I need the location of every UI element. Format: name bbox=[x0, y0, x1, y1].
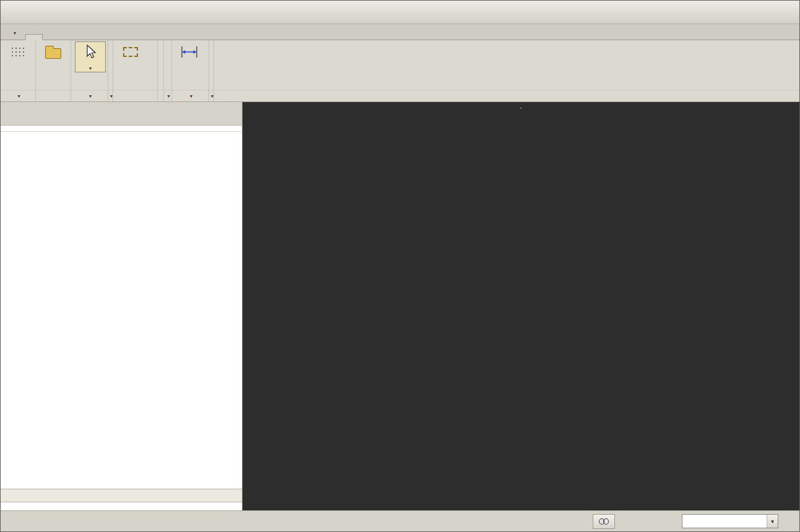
sketch-svg[interactable] bbox=[243, 102, 799, 510]
in-graphics-toolbar bbox=[520, 108, 522, 109]
tab-tools[interactable] bbox=[61, 33, 79, 40]
group-get-data bbox=[36, 40, 71, 101]
graphics-area[interactable] bbox=[243, 102, 799, 510]
find-icon bbox=[599, 518, 609, 524]
group-label-constrain[interactable] bbox=[164, 90, 171, 101]
group-settings bbox=[1, 40, 36, 101]
group-label-sketch bbox=[113, 90, 157, 101]
filter-select[interactable] bbox=[682, 514, 778, 528]
group-sketch bbox=[113, 40, 158, 101]
status-bar bbox=[1, 510, 799, 531]
common-folders-header bbox=[1, 126, 242, 132]
tab-analysis[interactable] bbox=[43, 33, 61, 40]
group-label-edit bbox=[158, 90, 163, 101]
tab-view[interactable] bbox=[79, 33, 97, 40]
group-label-dimension[interactable] bbox=[172, 90, 209, 101]
folder-tree-bar[interactable] bbox=[1, 489, 242, 502]
group-inspect bbox=[209, 40, 214, 101]
sidebar-padding bbox=[1, 502, 242, 510]
group-operations bbox=[71, 40, 108, 101]
file-system-button[interactable] bbox=[38, 41, 69, 62]
dropdown-caret-icon bbox=[89, 63, 92, 72]
tab-sketch[interactable] bbox=[25, 34, 43, 40]
grid-icon bbox=[10, 45, 26, 59]
group-datum bbox=[108, 40, 113, 101]
group-label-settings[interactable] bbox=[1, 90, 35, 101]
creo-parametric-window bbox=[0, 0, 800, 532]
construction-mode-icon bbox=[123, 47, 138, 57]
normal-dimension-icon bbox=[180, 43, 199, 61]
chevron-down-icon[interactable] bbox=[767, 515, 778, 528]
grid-settings-button[interactable] bbox=[2, 41, 33, 62]
folder-list bbox=[1, 132, 242, 134]
select-tool-button[interactable] bbox=[75, 41, 106, 72]
find-button[interactable] bbox=[593, 514, 615, 529]
chevron-down-icon bbox=[14, 27, 16, 36]
title-bar bbox=[1, 1, 799, 24]
folder-navigator bbox=[1, 102, 243, 510]
group-label-operations[interactable] bbox=[71, 90, 108, 101]
group-dimension bbox=[172, 40, 209, 101]
navigator-toolbar bbox=[1, 102, 242, 126]
ribbon bbox=[1, 40, 799, 102]
file-system-icon bbox=[45, 48, 61, 59]
group-label-inspect[interactable] bbox=[209, 90, 213, 101]
select-cursor-icon bbox=[85, 43, 96, 61]
ribbon-filler bbox=[214, 40, 799, 101]
group-label-get-data bbox=[36, 90, 71, 101]
tab-file[interactable] bbox=[3, 24, 25, 40]
group-edit bbox=[158, 40, 164, 101]
ribbon-tab-bar bbox=[1, 24, 799, 40]
group-label-datum[interactable] bbox=[108, 90, 113, 101]
group-constrain bbox=[164, 40, 172, 101]
normal-dimension-button[interactable] bbox=[174, 41, 205, 62]
construction-mode-button[interactable] bbox=[115, 41, 146, 62]
